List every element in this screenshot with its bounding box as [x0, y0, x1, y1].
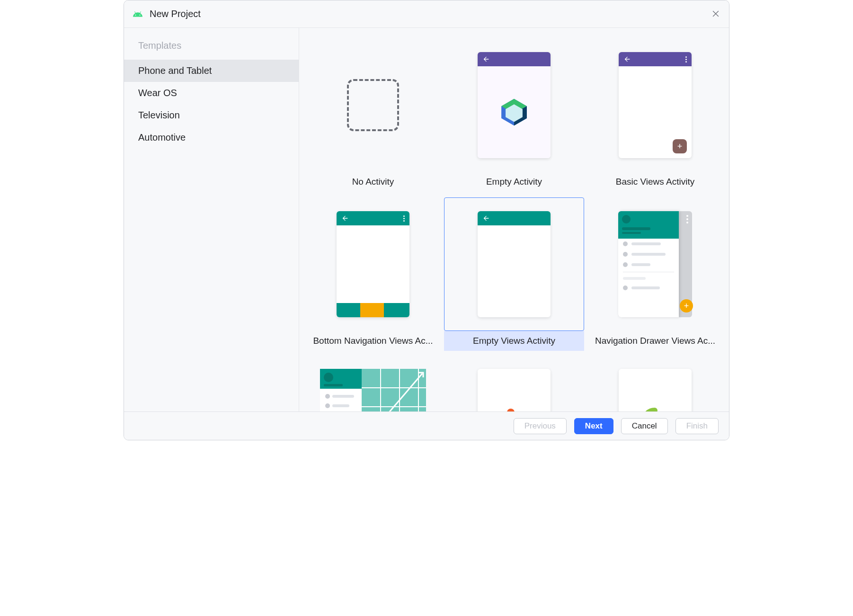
- template-label: No Activity: [303, 172, 443, 192]
- phone-mock: [619, 369, 692, 411]
- template-thumb: [303, 38, 443, 172]
- svg-point-8: [325, 394, 330, 399]
- template-thumb: [303, 197, 443, 331]
- template-responsive-views-activity[interactable]: [303, 357, 443, 411]
- overflow-menu-icon: [685, 56, 687, 62]
- template-thumb: [585, 357, 725, 411]
- template-thumb: +: [585, 197, 725, 331]
- window-title: New Project: [150, 9, 201, 19]
- sidebar-item-phone-and-tablet[interactable]: Phone and Tablet: [124, 60, 299, 82]
- template-thumb: [444, 197, 584, 331]
- fab-plus-icon: +: [673, 139, 687, 153]
- template-thumb: [303, 357, 443, 411]
- sidebar-heading: Templates: [124, 40, 299, 60]
- previous-button: Previous: [514, 418, 567, 434]
- sidebar-item-label: Automotive: [138, 132, 186, 143]
- appbar: [337, 211, 409, 225]
- cancel-button[interactable]: Cancel: [621, 418, 668, 434]
- template-label: Basic Views Activity: [585, 172, 725, 192]
- sidebar-item-automotive[interactable]: Automotive: [124, 126, 299, 149]
- template-navigation-drawer-views-activity[interactable]: + Navigation Drawer Views Ac...: [585, 197, 725, 351]
- svg-rect-12: [362, 369, 426, 411]
- phone-mock: [478, 211, 551, 317]
- overflow-menu-icon: [403, 215, 405, 222]
- appbar: [478, 211, 551, 225]
- phone-mock: +: [618, 211, 692, 317]
- template-label: Empty Views Activity: [444, 331, 584, 351]
- template-basic-views-activity[interactable]: + Basic Views Activity: [585, 38, 725, 192]
- dialog-body: Templates Phone and Tablet Wear OS Telev…: [124, 28, 729, 411]
- svg-point-24: [507, 409, 515, 411]
- tablet-mock: [320, 369, 426, 411]
- back-arrow-icon: [341, 214, 349, 222]
- titlebar: New Project: [124, 0, 729, 28]
- phone-mock: [337, 211, 409, 317]
- sidebar-item-label: Phone and Tablet: [138, 65, 212, 76]
- fab-plus-icon: +: [680, 299, 693, 312]
- back-arrow-icon: [623, 55, 631, 63]
- finish-button: Finish: [675, 418, 719, 434]
- close-icon[interactable]: [711, 9, 720, 18]
- phone-mock: [478, 52, 551, 158]
- compose-logo-icon: [478, 66, 551, 158]
- template-category-sidebar: Templates Phone and Tablet Wear OS Telev…: [124, 28, 299, 411]
- android-icon: [133, 9, 143, 19]
- sidebar-item-label: Television: [138, 110, 180, 120]
- template-empty-activity[interactable]: Empty Activity: [444, 38, 584, 192]
- phone-mock: [478, 369, 551, 411]
- template-game-activity[interactable]: [444, 357, 584, 411]
- nav-drawer: [618, 211, 679, 317]
- template-native-cpp[interactable]: [585, 357, 725, 411]
- wizard-footer: Previous Next Cancel Finish: [124, 411, 729, 440]
- appbar: [478, 52, 551, 66]
- template-thumb: [444, 357, 584, 411]
- appbar: [619, 52, 692, 66]
- svg-rect-9: [332, 395, 354, 398]
- svg-rect-7: [324, 384, 343, 386]
- template-bottom-navigation-views-activity[interactable]: Bottom Navigation Views Ac...: [303, 197, 443, 351]
- overflow-menu-icon: [686, 215, 688, 223]
- template-thumb: +: [585, 38, 725, 172]
- avatar-icon: [622, 215, 631, 223]
- svg-rect-11: [332, 404, 349, 407]
- new-project-dialog: New Project Templates Phone and Tablet W…: [124, 0, 729, 440]
- svg-point-6: [324, 373, 333, 382]
- next-button[interactable]: Next: [574, 418, 613, 434]
- game-controller-icon: [495, 408, 533, 411]
- template-gallery: No Activity: [299, 28, 729, 411]
- back-arrow-icon: [482, 214, 490, 222]
- template-thumb: [444, 38, 584, 172]
- template-grid: No Activity: [303, 38, 725, 411]
- sidebar-item-label: Wear OS: [138, 88, 177, 98]
- sidebar-item-television[interactable]: Television: [124, 104, 299, 126]
- sidebar-item-wear-os[interactable]: Wear OS: [124, 82, 299, 104]
- phone-mock: +: [619, 52, 692, 158]
- template-label: Empty Activity: [444, 172, 584, 192]
- bottom-nav-bar: [337, 303, 409, 317]
- template-empty-views-activity[interactable]: Empty Views Activity: [444, 197, 584, 351]
- back-arrow-icon: [482, 55, 490, 63]
- template-label: Navigation Drawer Views Ac...: [585, 331, 725, 351]
- bottom-nav-selected: [360, 303, 384, 317]
- cpp-icon: [634, 407, 676, 411]
- dashed-placeholder-icon: [347, 79, 399, 131]
- template-no-activity[interactable]: No Activity: [303, 38, 443, 192]
- template-label: Bottom Navigation Views Ac...: [303, 331, 443, 351]
- svg-point-10: [325, 403, 330, 408]
